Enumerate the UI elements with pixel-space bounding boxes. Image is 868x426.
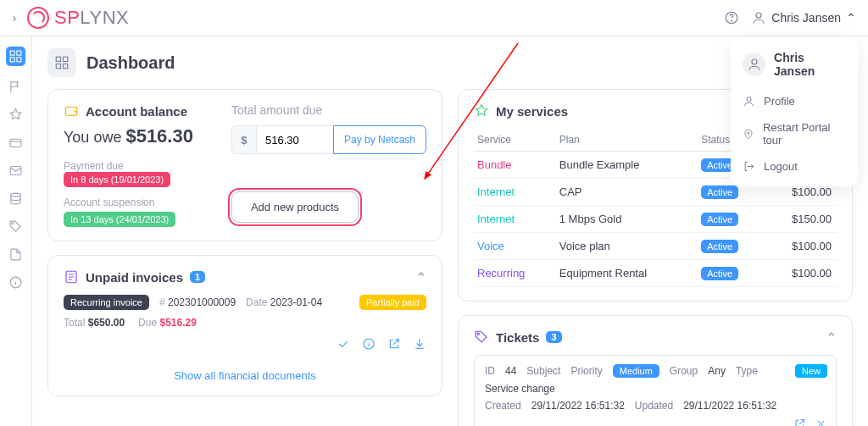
nav-dashboard-icon[interactable]: [6, 47, 25, 66]
total-due-label: Total amount due: [231, 103, 426, 117]
external-icon[interactable]: [793, 418, 806, 426]
svg-rect-18: [64, 64, 68, 69]
close-icon[interactable]: [815, 418, 827, 426]
cell-status: Active: [698, 206, 764, 233]
invoice-num-lbl: #: [159, 296, 165, 308]
tickets-count: 3: [546, 331, 561, 343]
invoice-number: 202301000009: [168, 296, 236, 308]
cell-service: Internet: [474, 206, 556, 233]
balance-title: Account balance: [86, 104, 187, 119]
pay-group: $ Pay by Netcash: [231, 125, 426, 154]
menu-logout[interactable]: Logout: [731, 153, 858, 180]
ticket-badge-new: New: [795, 364, 827, 378]
t-created-lbl: Created: [485, 400, 521, 412]
t-subj-lbl: Subject: [526, 365, 560, 377]
table-row[interactable]: VoiceVoice planActive$100.00: [474, 233, 837, 260]
tag-icon: [474, 329, 489, 345]
svg-point-1: [732, 20, 732, 21]
menu-restart-tour[interactable]: Restart Portal tour: [731, 114, 858, 153]
cell-plan: Voice plan: [556, 233, 698, 260]
menu-restart-label: Restart Portal tour: [763, 121, 846, 147]
t-prio: Medium: [613, 364, 659, 378]
sidebar-toggle[interactable]: ›: [7, 11, 22, 25]
nav-wallet-icon[interactable]: [8, 136, 23, 150]
add-products-button[interactable]: Add new products: [231, 191, 359, 223]
invoices-title: Unpaid invoices: [86, 270, 183, 285]
invoice-tag: Recurring invoice: [64, 295, 149, 310]
t-type: Service change: [485, 383, 555, 395]
nav-star-icon[interactable]: [8, 108, 23, 122]
svg-point-5: [748, 132, 749, 134]
amount-input[interactable]: [257, 125, 333, 154]
invoice-date: 2023-01-04: [270, 296, 322, 308]
collapse-icon[interactable]: ⌃: [416, 270, 426, 284]
help-icon[interactable]: [724, 10, 739, 25]
cell-plan: Equipment Rental: [556, 260, 698, 287]
dropdown-header: Chris Jansen: [731, 44, 858, 88]
location-icon: [743, 128, 754, 141]
page-title: Dashboard: [86, 53, 175, 73]
t-updated-lbl: Updated: [635, 400, 673, 412]
svg-point-22: [477, 333, 479, 335]
cell-price: $100.00: [764, 233, 837, 260]
table-row[interactable]: Internet1 Mbps GoldActive$150.00: [474, 206, 837, 233]
show-all-link[interactable]: Show all financial documents: [64, 369, 426, 382]
collapse-icon[interactable]: ⌃: [826, 330, 837, 344]
t-type-lbl: Type: [736, 365, 758, 377]
currency-prefix: $: [231, 125, 257, 154]
user-icon: [747, 57, 762, 72]
invoice-icon: [64, 269, 79, 285]
info-icon[interactable]: [362, 337, 376, 351]
grid-icon: [54, 55, 70, 70]
svg-rect-15: [56, 57, 60, 61]
invoice-total-lbl: Total: [64, 317, 85, 329]
t-updated: 29/11/2022 16:51:32: [683, 400, 776, 412]
payment-due-badge: In 8 days (19/01/2023): [64, 172, 170, 187]
nav-tag-icon[interactable]: [8, 219, 23, 234]
ticket-row[interactable]: New ID44 Subject PriorityMedium GroupAny…: [474, 355, 837, 426]
svg-point-3: [752, 59, 757, 64]
invoice-status: Partially paid: [359, 295, 426, 310]
nav-flag-icon[interactable]: [8, 80, 23, 94]
pay-button[interactable]: Pay by Netcash: [333, 125, 426, 154]
invoice-due: $516.29: [159, 317, 196, 329]
svg-rect-17: [56, 64, 60, 69]
cell-price: $150.00: [764, 206, 837, 233]
cell-status: Active: [698, 233, 764, 260]
cell-status: Active: [698, 260, 764, 287]
nav-info-icon[interactable]: [8, 275, 23, 290]
download-icon[interactable]: [413, 337, 426, 351]
svg-rect-16: [64, 57, 68, 61]
user-icon: [743, 95, 755, 108]
chevron-up-icon: ⌃: [846, 11, 856, 25]
t-grp: Any: [708, 365, 726, 377]
user-menu-toggle[interactable]: Chris Jansen ⌃: [751, 10, 856, 25]
check-icon[interactable]: [337, 337, 350, 351]
svg-rect-11: [10, 167, 21, 175]
owe-prefix: You owe: [64, 129, 125, 146]
logo[interactable]: SPLYNX: [27, 7, 129, 29]
cell-plan: Bundle Example: [556, 152, 698, 179]
nav-mail-icon[interactable]: [8, 163, 23, 178]
topbar: › SPLYNX Chris Jansen ⌃: [0, 0, 868, 36]
invoice-due-lbl: Due: [138, 317, 157, 329]
menu-profile[interactable]: Profile: [731, 88, 858, 114]
user-icon: [751, 10, 766, 25]
table-row[interactable]: RecurringEquipment RentalActive$100.00: [474, 260, 837, 287]
balance-amount: You owe $516.30: [64, 125, 209, 147]
sidebar: [0, 36, 32, 426]
t-grp-lbl: Group: [670, 365, 698, 377]
card-tickets: Tickets3⌃ New ID44 Subject PriorityMediu…: [458, 315, 853, 426]
th-service: Service: [474, 129, 556, 152]
svg-point-4: [747, 97, 751, 102]
t-prio-lbl: Priority: [570, 365, 602, 377]
t-created: 29/11/2022 16:51:32: [531, 400, 625, 412]
nav-doc-icon[interactable]: [8, 247, 23, 262]
cell-service: Voice: [474, 233, 556, 260]
dropdown-username: Chris Jansen: [774, 51, 846, 78]
logout-icon: [743, 160, 755, 173]
nav-data-icon[interactable]: [8, 191, 23, 206]
star-icon: [474, 103, 489, 119]
suspension-label: Account suspension: [64, 196, 154, 208]
external-icon[interactable]: [387, 337, 401, 351]
